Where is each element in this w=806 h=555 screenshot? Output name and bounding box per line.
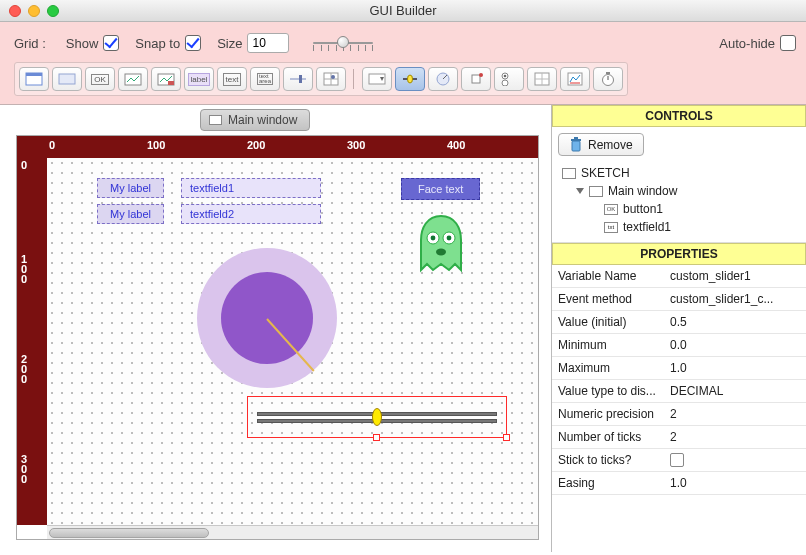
grid-label: Grid : [14,36,46,51]
snap-checkbox[interactable] [185,35,201,51]
trash-icon [569,137,583,152]
ruler-horizontal: 0 100 200 300 400 [47,136,538,158]
sketch-icon [562,168,576,179]
prop-row: Maximum1.0 [552,357,806,380]
remove-button[interactable]: Remove [558,133,644,156]
button-tool[interactable]: OK [85,67,115,91]
design-surface[interactable]: My label My label textfield1 textfield2 … [47,158,538,525]
tree-root[interactable]: SKETCH [558,164,800,182]
show-label: Show [66,36,99,51]
widget-ghost-image[interactable] [413,212,469,281]
ok-icon: OK [604,204,618,215]
titlebar: GUI Builder [0,0,806,22]
prop-row: Stick to ticks? [552,449,806,472]
svg-point-11 [331,75,335,79]
resize-handle-br[interactable] [503,434,510,441]
grid-size-slider[interactable] [313,31,373,55]
stick-checkbox[interactable] [670,453,684,467]
controls-tree[interactable]: SKETCH Main window OK button1 txt textfi… [552,162,806,243]
prop-row: Number of ticks2 [552,426,806,449]
window-icon [589,186,603,197]
component-toolbar: OK label text textarea [14,62,628,96]
widget-custom-slider-knob[interactable] [372,408,382,426]
widget-label-2[interactable]: My label [97,204,164,224]
sketchpad-tool[interactable] [560,67,590,91]
svg-point-34 [436,249,446,256]
knob-tool[interactable] [428,67,458,91]
autohide-checkbox[interactable] [780,35,796,51]
disclosure-icon[interactable] [576,188,584,194]
svg-point-19 [479,73,483,77]
svg-point-33 [447,236,452,241]
widget-face-button[interactable]: Face text [401,178,480,200]
prop-row: Value type to dis...DECIMAL [552,380,806,403]
widget-knob[interactable] [197,248,337,388]
label-tool[interactable]: label [184,67,214,91]
controls-header: CONTROLS [552,105,806,127]
textarea-tool[interactable]: textarea [250,67,280,91]
properties-grid[interactable]: Variable Namecustom_slider1 Event method… [552,265,806,552]
svg-rect-6 [290,78,306,80]
timer-tool[interactable] [593,67,623,91]
droplist-tool[interactable] [362,67,392,91]
tree-button1[interactable]: OK button1 [558,200,800,218]
prop-row: Event methodcustom_slider1_c... [552,288,806,311]
custom-slider-tool[interactable] [395,67,425,91]
text-icon: txt [604,222,618,233]
autohide-label: Auto-hide [719,36,775,51]
prop-row: Easing1.0 [552,472,806,495]
canvas-area: Main window 0 100 200 300 400 0 100 200 … [0,105,551,552]
textfield-tool[interactable]: text [217,67,247,91]
remove-label: Remove [588,138,633,152]
svg-point-15 [408,75,413,83]
svg-rect-18 [472,75,480,83]
svg-rect-29 [606,72,610,74]
tab-label: Main window [228,113,297,127]
tree-textfield1[interactable]: txt textfield1 [558,218,800,236]
image-toggle-tool[interactable] [151,67,181,91]
widget-textfield-1[interactable]: textfield1 [181,178,321,198]
svg-point-32 [431,236,436,241]
prop-row: Minimum0.0 [552,334,806,357]
prop-row: Numeric precision2 [552,403,806,426]
show-checkbox[interactable] [103,35,119,51]
ruler-vertical: 0 100 200 300 [17,158,47,525]
stick-tool[interactable] [527,67,557,91]
snap-label: Snap to [135,36,180,51]
size-label: Size [217,36,242,51]
properties-header: PROPERTIES [552,243,806,265]
prop-row: Value (initial)0.5 [552,311,806,334]
svg-rect-1 [26,73,42,76]
svg-rect-37 [574,137,578,139]
widget-label-1[interactable]: My label [97,178,164,198]
svg-rect-5 [168,81,174,85]
svg-point-22 [502,80,508,86]
svg-point-21 [504,75,507,78]
svg-rect-7 [299,75,302,83]
tree-main-window[interactable]: Main window [558,182,800,200]
horizontal-scrollbar[interactable] [47,525,538,539]
options-bar: Grid : Show Snap to Size Auto-hide OK [0,22,806,105]
svg-rect-35 [572,141,580,151]
svg-rect-36 [571,139,581,141]
window-title: GUI Builder [0,3,806,18]
window-tool[interactable] [19,67,49,91]
window-icon [209,115,222,125]
option-tool[interactable] [494,67,524,91]
image-button-tool[interactable] [118,67,148,91]
tab-main-window[interactable]: Main window [200,109,310,131]
slider-tool[interactable] [283,67,313,91]
prop-row: Variable Namecustom_slider1 [552,265,806,288]
grid-size-input[interactable] [247,33,289,53]
resize-handle-bottom[interactable] [373,434,380,441]
svg-rect-2 [59,74,75,84]
slider2d-tool[interactable] [316,67,346,91]
widget-textfield-2[interactable]: textfield2 [181,204,321,224]
checkbox-tool[interactable] [461,67,491,91]
panel-tool[interactable] [52,67,82,91]
